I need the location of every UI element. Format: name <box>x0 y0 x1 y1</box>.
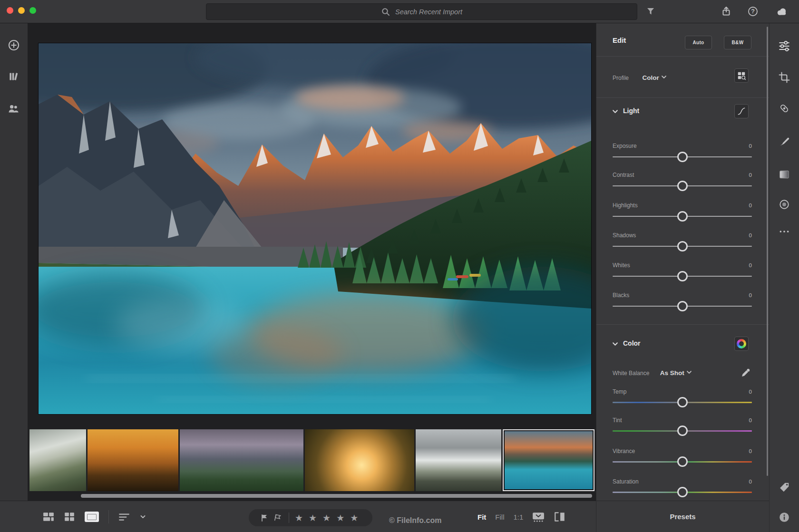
edit-sliders-icon[interactable] <box>779 40 790 52</box>
panel-scrollbar[interactable] <box>767 27 768 476</box>
filmstrip-toggle-icon[interactable] <box>532 511 545 522</box>
slider-label: Vibrance <box>613 448 635 455</box>
brush-tool-icon[interactable] <box>779 135 790 147</box>
sort-chevron-down-icon[interactable] <box>139 513 146 520</box>
slider-value: 0 <box>749 292 752 298</box>
slider-value: 0 <box>749 203 752 208</box>
filmstrip-thumb-golden-sunset[interactable] <box>88 429 178 491</box>
filmstrip-thumb-moraine-lake-selected[interactable] <box>503 429 594 491</box>
slider-knob[interactable] <box>677 211 688 222</box>
profile-label: Profile <box>613 75 629 81</box>
star-icon[interactable]: ★ <box>336 513 344 522</box>
slider-label: Blacks <box>613 292 629 299</box>
slider-knob[interactable] <box>677 426 688 436</box>
color-chevron-down-icon[interactable] <box>612 341 618 347</box>
slider-knob[interactable] <box>677 241 688 251</box>
color-section-header[interactable]: Color <box>596 337 770 351</box>
white-balance-chevron-down-icon[interactable] <box>686 369 692 375</box>
thumb-image <box>505 431 593 489</box>
slider-vibrance: Vibrance0 <box>613 448 752 469</box>
filmstrip-thumb-tree-sunburst[interactable] <box>305 429 414 491</box>
search-placeholder: Search Recent Import <box>395 8 462 16</box>
slider-track[interactable] <box>613 402 752 403</box>
filmstrip-thumb-mountain-stream[interactable] <box>416 429 501 491</box>
share-icon[interactable] <box>720 5 732 18</box>
presets-button[interactable]: Presets <box>670 513 695 521</box>
slider-knob[interactable] <box>677 456 688 467</box>
slider-track[interactable] <box>613 430 752 432</box>
star-rating[interactable]: ★ ★ ★ ★ ★ <box>295 513 358 522</box>
white-balance-value[interactable]: As Shot <box>660 369 684 377</box>
zoom-fill-button[interactable]: Fill <box>495 513 504 521</box>
zoom-window-button[interactable] <box>29 7 36 14</box>
bw-button[interactable]: B&W <box>724 36 751 49</box>
crop-tool-icon[interactable] <box>779 72 790 83</box>
pick-flag-icon[interactable] <box>260 513 269 522</box>
filmstrip-scrollbar[interactable] <box>81 494 592 498</box>
filmstrip-thumb-snowy-path[interactable] <box>29 429 86 491</box>
minimize-window-button[interactable] <box>18 7 25 14</box>
slider-track[interactable] <box>613 306 752 307</box>
slider-track[interactable] <box>613 156 752 157</box>
my-photos-library-icon[interactable] <box>8 70 20 83</box>
slider-label: Contrast <box>613 172 634 178</box>
healing-brush-icon[interactable] <box>779 103 790 114</box>
filmstrip-thumb-storm-clouds[interactable] <box>180 429 303 491</box>
slider-knob[interactable] <box>677 271 688 281</box>
slider-shadows: Shadows0 <box>613 232 752 253</box>
slider-knob[interactable] <box>677 487 688 497</box>
linear-gradient-tool-icon[interactable] <box>779 169 790 180</box>
photo-grid-view-icon[interactable] <box>43 512 54 522</box>
slider-saturation: Saturation0 <box>613 478 752 499</box>
filter-funnel-icon[interactable] <box>644 5 657 18</box>
main-photo-moraine-lake[interactable] <box>38 43 592 415</box>
profile-chevron-down-icon[interactable] <box>661 74 667 80</box>
close-window-button[interactable] <box>7 7 13 14</box>
slider-label: Temp <box>613 388 626 395</box>
slider-track[interactable] <box>613 276 752 277</box>
slider-track[interactable] <box>613 246 752 247</box>
sharing-people-icon[interactable] <box>8 103 20 115</box>
cloud-sync-icon[interactable] <box>776 5 788 18</box>
auto-button[interactable]: Auto <box>685 36 712 49</box>
star-icon[interactable]: ★ <box>350 513 358 522</box>
presets-bar[interactable]: Presets <box>596 501 769 532</box>
star-icon[interactable]: ★ <box>295 513 303 522</box>
slider-track[interactable] <box>613 216 752 217</box>
keywords-tag-icon[interactable] <box>779 482 790 493</box>
detail-view-icon-active[interactable] <box>85 512 99 522</box>
profile-value[interactable]: Color <box>642 74 659 81</box>
square-grid-view-icon[interactable] <box>64 512 75 522</box>
star-icon[interactable]: ★ <box>322 513 331 522</box>
slider-knob[interactable] <box>677 152 688 162</box>
slider-track[interactable] <box>613 185 752 186</box>
slider-label: Whites <box>613 262 630 269</box>
star-icon[interactable]: ★ <box>309 513 317 522</box>
help-icon[interactable]: ? <box>747 5 759 18</box>
slider-temp: Temp0 <box>613 388 752 409</box>
light-chevron-down-icon[interactable] <box>612 108 618 115</box>
slider-value: 0 <box>749 172 752 178</box>
reject-flag-icon[interactable] <box>273 513 282 522</box>
white-balance-eyedropper-icon[interactable] <box>741 368 751 378</box>
white-balance-row: White Balance As Shot <box>613 368 752 383</box>
zoom-fit-button[interactable]: Fit <box>477 513 486 521</box>
info-icon[interactable] <box>779 512 790 523</box>
slider-knob[interactable] <box>677 181 688 191</box>
tone-curve-icon[interactable] <box>734 104 749 118</box>
slider-track[interactable] <box>613 461 752 463</box>
pill-divider <box>289 513 289 523</box>
search-input[interactable]: Search Recent Import <box>206 3 637 20</box>
before-after-view-icon[interactable] <box>554 511 566 522</box>
zoom-1to1-button[interactable]: 1:1 <box>514 513 524 521</box>
sort-order-icon[interactable] <box>118 512 130 522</box>
slider-track[interactable] <box>613 492 752 493</box>
more-options-icon[interactable] <box>779 226 790 237</box>
profile-browser-icon[interactable] <box>734 68 749 83</box>
color-mixer-wheel-icon[interactable] <box>734 337 749 351</box>
light-section-header[interactable]: Light <box>596 104 770 118</box>
add-photos-icon[interactable] <box>8 39 20 51</box>
radial-gradient-tool-icon[interactable] <box>779 199 790 210</box>
slider-knob[interactable] <box>677 301 688 311</box>
slider-knob[interactable] <box>677 397 688 407</box>
